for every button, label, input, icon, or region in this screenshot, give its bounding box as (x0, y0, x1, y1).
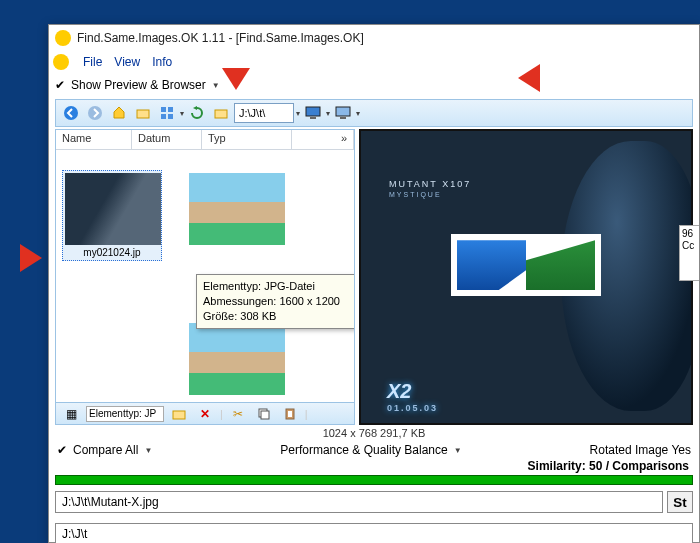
list-mode-icon[interactable]: ▦ (60, 403, 82, 425)
browser-status-strip: ▦ ✕ | ✂ | (56, 402, 354, 424)
browser-toolbar: ▾ J:\J\t\ ▾ ▾ ▾ (55, 99, 693, 127)
x2-date: 01.05.03 (387, 403, 438, 413)
check-icon: ✔ (57, 443, 67, 457)
folder-picker-button[interactable] (210, 102, 232, 124)
side-panel-peek: 96 Cc (679, 225, 699, 281)
app-icon (55, 30, 71, 46)
svg-rect-9 (310, 117, 316, 119)
svg-rect-16 (288, 411, 292, 417)
chevron-down-icon[interactable]: ▼ (454, 446, 462, 455)
back-button[interactable] (60, 102, 82, 124)
image-path-row: St (55, 491, 693, 513)
thumbnail-area[interactable]: my021024.jp Elementtyp: JPG-Datei Abmess… (56, 150, 354, 402)
menu-view[interactable]: View (114, 55, 140, 69)
cut-button[interactable]: ✂ (227, 403, 249, 425)
refresh-button[interactable] (186, 102, 208, 124)
image-info-status: 1024 x 768 291,7 KB (49, 425, 699, 443)
folder-path-row (55, 523, 693, 543)
thumbnail-selected[interactable]: my021024.jp (62, 170, 162, 261)
tooltip-size: Größe: 308 KB (203, 309, 354, 324)
svg-rect-3 (161, 107, 166, 112)
image-preview-pane[interactable]: MUTANT X107 MYSTIQUE X2 01.05.03 (359, 129, 693, 425)
image-path-input[interactable] (55, 491, 663, 513)
monitor2-button[interactable] (332, 102, 354, 124)
annotation-arrow (222, 68, 250, 90)
folder-path-input[interactable] (55, 523, 693, 543)
rotated-dropdown[interactable]: Rotated Image Yes (590, 443, 691, 457)
thumbnail-image (189, 173, 285, 245)
monitor1-button[interactable] (302, 102, 324, 124)
app-window: Find.Same.Images.OK 1.11 - [Find.Same.Im… (48, 24, 700, 543)
file-browser-pane: Name Datum Typ » my021024.jp Elementtyp:… (55, 129, 355, 425)
thumbnail-image (189, 323, 285, 395)
separator: | (305, 408, 308, 420)
svg-point-0 (64, 106, 78, 120)
separator: | (220, 408, 223, 420)
views-button[interactable] (156, 102, 178, 124)
address-bar[interactable]: J:\J\t\ (234, 103, 294, 123)
svg-rect-12 (173, 411, 185, 419)
chevron-down-icon[interactable]: ▼ (212, 81, 220, 90)
performance-dropdown[interactable]: Performance & Quality Balance (280, 443, 447, 457)
split-area: Name Datum Typ » my021024.jp Elementtyp:… (55, 129, 693, 425)
delete-button[interactable]: ✕ (194, 403, 216, 425)
col-name[interactable]: Name (56, 130, 132, 149)
thumbnail-item[interactable] (186, 320, 286, 398)
thumbnail-filename: my021024.jp (65, 247, 159, 258)
placeholder-logo-left (457, 240, 526, 290)
tooltip-type: Elementtyp: JPG-Datei (203, 279, 354, 294)
thumbnail-item[interactable] (186, 170, 286, 248)
menubar: File View Info (49, 51, 699, 73)
annotation-arrow (20, 244, 42, 272)
col-more[interactable]: » (292, 130, 354, 149)
start-button[interactable]: St (667, 491, 693, 513)
show-preview-toggle[interactable]: Show Preview & Browser (71, 78, 206, 92)
svg-rect-8 (306, 107, 320, 116)
monitor2-chevron-icon[interactable]: ▾ (356, 109, 360, 118)
paste-button[interactable] (279, 403, 301, 425)
svg-rect-5 (161, 114, 166, 119)
folders-button[interactable] (132, 102, 154, 124)
thumbnail-image (65, 173, 161, 245)
titlebar[interactable]: Find.Same.Images.OK 1.11 - [Find.Same.Im… (49, 25, 699, 51)
col-type[interactable]: Typ (202, 130, 292, 149)
app-icon-small (53, 54, 69, 70)
menu-file[interactable]: File (83, 55, 102, 69)
similarity-label: Similarity: 50 / Comparisons (49, 459, 699, 475)
placeholder-logo (451, 234, 601, 296)
window-title: Find.Same.Images.OK 1.11 - [Find.Same.Im… (77, 31, 364, 45)
menu-info[interactable]: Info (152, 55, 172, 69)
up-button[interactable] (108, 102, 130, 124)
annotation-arrow (518, 64, 540, 92)
tooltip-dimensions: Abmessungen: 1600 x 1200 (203, 294, 354, 309)
preview-toggle-row: ✔ Show Preview & Browser ▼ (49, 73, 699, 97)
svg-rect-11 (340, 117, 346, 119)
element-type-field[interactable] (86, 406, 164, 422)
svg-rect-6 (168, 114, 173, 119)
preview-title-text: MUTANT X107 MYSTIQUE (389, 179, 471, 199)
views-chevron-icon[interactable]: ▾ (180, 109, 184, 118)
col-date[interactable]: Datum (132, 130, 202, 149)
forward-button[interactable] (84, 102, 106, 124)
svg-rect-7 (215, 110, 227, 118)
options-row: ✔ Compare All ▼ Performance & Quality Ba… (49, 443, 699, 459)
progress-bar (55, 475, 693, 485)
copy-button[interactable] (253, 403, 275, 425)
folder-mini-icon[interactable] (168, 403, 190, 425)
file-tooltip: Elementtyp: JPG-Datei Abmessungen: 1600 … (196, 274, 354, 329)
placeholder-logo-right (526, 240, 595, 290)
monitor1-chevron-icon[interactable]: ▾ (326, 109, 330, 118)
svg-rect-10 (336, 107, 350, 116)
chevron-down-icon[interactable]: ▼ (144, 446, 152, 455)
svg-rect-4 (168, 107, 173, 112)
svg-rect-2 (137, 110, 149, 118)
svg-rect-14 (261, 411, 269, 419)
column-headers[interactable]: Name Datum Typ » (56, 130, 354, 150)
x2-logo: X2 01.05.03 (387, 380, 438, 413)
address-chevron-icon[interactable]: ▾ (296, 109, 300, 118)
svg-point-1 (88, 106, 102, 120)
check-icon: ✔ (55, 78, 65, 92)
compare-all-toggle[interactable]: Compare All (73, 443, 138, 457)
